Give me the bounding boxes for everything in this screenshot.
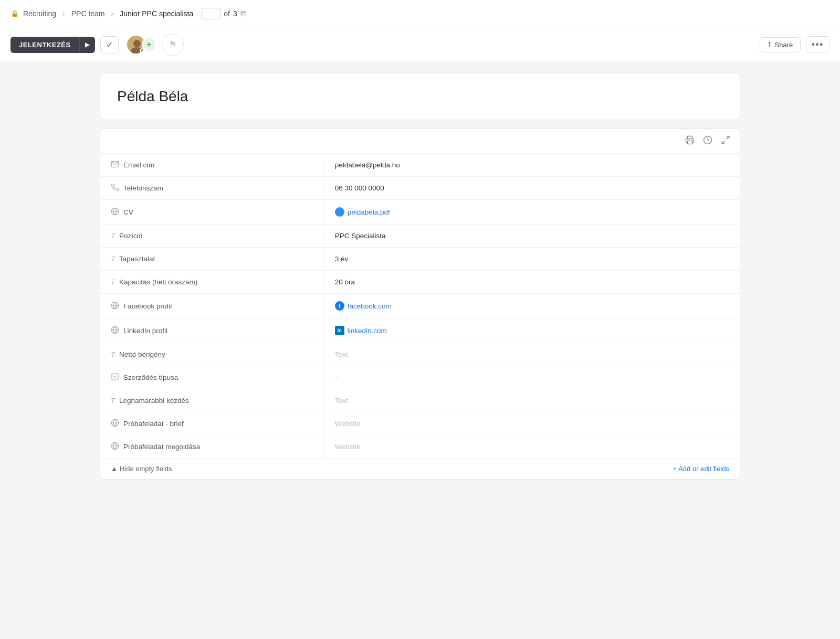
field-value[interactable]: 🌐peldabela.pdf	[324, 200, 740, 225]
top-bar: 🔒 Recruiting › PPC team › Junior PPC spe…	[0, 0, 840, 27]
field-type-icon: T	[111, 255, 115, 263]
svg-line-5	[727, 136, 729, 139]
field-value[interactable]: 06 30 000 0000	[324, 177, 740, 200]
field-label-cell: T Kapacitás (heti óraszám)	[100, 271, 324, 294]
field-label: Nettó bérigény	[119, 350, 165, 358]
field-type-icon: T	[111, 397, 115, 404]
field-value[interactable]: Website	[324, 435, 740, 459]
table-row[interactable]: T Kapacitás (heti óraszám) 20 óra	[100, 271, 740, 294]
field-value[interactable]: Text	[324, 343, 740, 366]
primary-dropdown-button[interactable]: ▶	[79, 37, 95, 53]
field-label-cell: T Pozíció	[100, 225, 324, 248]
expand-button[interactable]	[720, 134, 731, 148]
table-row[interactable]: T Tapasztalat 3 év	[100, 248, 740, 271]
toolbar-right: ⤴ Share •••	[760, 36, 830, 53]
table-row[interactable]: Facebook profil ffacebook.com	[100, 294, 740, 318]
name-card: Példa Béla	[100, 73, 740, 120]
field-value[interactable]: Website	[324, 412, 740, 435]
hide-empty-label: Hide empty fields	[120, 465, 172, 473]
table-row[interactable]: LinkedIn profil inlinkedin.com	[100, 318, 740, 343]
total-pages: 3	[233, 9, 237, 18]
toolbar: JELENTKEZÉS ▶ ✓ + ⚑ ⤴ Share	[0, 27, 840, 62]
field-label-cell: CV	[100, 200, 324, 225]
footer-bar: ▲ Hide empty fields + Add or edit fields	[100, 458, 740, 479]
table-row[interactable]: Próbafeladat - brief Website	[100, 412, 740, 435]
field-label: CV	[123, 208, 133, 216]
web-icon: 🌐	[335, 207, 344, 217]
fields-table: Email cím peldabela@pelda.hu Telefonszám…	[100, 154, 740, 458]
expand-icon	[721, 135, 730, 145]
hide-empty-button[interactable]: ▲ Hide empty fields	[111, 465, 172, 473]
table-row[interactable]: CV 🌐peldabela.pdf	[100, 200, 740, 225]
table-row[interactable]: T Pozíció PPC Specialista	[100, 225, 740, 248]
field-type-icon: T	[111, 232, 115, 240]
field-label: Kapacitás (heti óraszám)	[119, 278, 197, 286]
field-label-cell: Próbafeladat megoldása	[100, 435, 324, 459]
field-label: Tapasztalat	[119, 255, 155, 263]
field-value[interactable]: peldabela@pelda.hu	[324, 154, 740, 177]
of-text: of	[224, 9, 230, 18]
field-value[interactable]: 20 óra	[324, 271, 740, 294]
table-row[interactable]: Próbafeladat megoldása Website	[100, 435, 740, 459]
field-label: Próbafeladat megoldása	[123, 443, 200, 451]
field-type-icon	[111, 160, 119, 170]
table-row[interactable]: Email cím peldabela@pelda.hu	[100, 154, 740, 177]
arrow-icon: ▶	[85, 41, 90, 48]
breadcrumb-sep-1: ›	[62, 9, 65, 18]
field-label-cell: Email cím	[100, 154, 324, 177]
check-icon: ✓	[106, 40, 113, 49]
table-row[interactable]: T Nettó bérigény Text	[100, 343, 740, 366]
field-label: Email cím	[123, 161, 154, 169]
more-options-button[interactable]: •••	[806, 36, 830, 53]
field-type-icon	[111, 442, 119, 452]
toolbar-left: JELENTKEZÉS ▶ ✓ + ⚑	[10, 34, 184, 56]
field-value[interactable]: PPC Specialista	[324, 225, 740, 248]
print-icon	[685, 135, 695, 145]
detail-card: Email cím peldabela@pelda.hu Telefonszám…	[100, 129, 740, 480]
field-label: Próbafeladat - brief	[123, 420, 184, 428]
field-label-cell: T Tapasztalat	[100, 248, 324, 271]
field-label: Szerződés típusa	[123, 374, 178, 381]
svg-rect-14	[112, 374, 118, 380]
svg-point-1	[133, 40, 141, 47]
check-button[interactable]: ✓	[100, 36, 119, 54]
table-row[interactable]: Telefonszám 06 30 000 0000	[100, 177, 740, 200]
main-content: Példa Béla	[89, 62, 751, 490]
field-value[interactable]: –	[324, 366, 740, 389]
table-row[interactable]: Szerződés típusa –	[100, 366, 740, 389]
page-counter: 3 of 3 ⧉	[202, 8, 246, 19]
field-value[interactable]: 3 év	[324, 248, 740, 271]
field-type-icon: T	[111, 278, 115, 286]
flag-button[interactable]: ⚑	[162, 34, 184, 56]
page-input[interactable]: 3	[202, 8, 220, 19]
add-assignee-button[interactable]: +	[142, 37, 156, 52]
breadcrumb-ppc-team[interactable]: PPC team	[71, 9, 105, 18]
flag-icon: ⚑	[169, 39, 177, 50]
field-value[interactable]: Text	[324, 389, 740, 412]
add-edit-fields-button[interactable]: + Add or edit fields	[673, 465, 729, 473]
field-value[interactable]: ffacebook.com	[324, 294, 740, 318]
history-button[interactable]	[702, 134, 713, 148]
field-label: Pozíció	[119, 232, 142, 240]
field-type-icon	[111, 419, 119, 429]
table-row[interactable]: T Leghamarabbi kezdés Text	[100, 389, 740, 412]
copy-icon[interactable]: ⧉	[240, 9, 246, 18]
field-value[interactable]: inlinkedin.com	[324, 318, 740, 343]
field-label-cell: Telefonszám	[100, 177, 324, 200]
history-icon	[703, 135, 712, 145]
jelentkezes-button[interactable]: JELENTKEZÉS	[10, 37, 79, 53]
ellipsis-icon: •••	[812, 40, 824, 49]
lock-icon: 🔒	[10, 9, 19, 17]
breadcrumb-position[interactable]: Junior PPC specialista	[120, 9, 193, 18]
detail-toolbar	[100, 129, 740, 154]
field-label-cell: Szerződés típusa	[100, 366, 324, 389]
field-label-cell: LinkedIn profil	[100, 318, 324, 343]
breadcrumb-recruiting[interactable]: Recruiting	[23, 9, 56, 18]
field-type-icon	[111, 372, 119, 382]
primary-action-group: JELENTKEZÉS ▶	[10, 37, 95, 53]
share-button[interactable]: ⤴ Share	[760, 37, 801, 52]
svg-rect-3	[688, 141, 692, 144]
field-label: Leghamarabbi kezdés	[119, 397, 189, 404]
field-label-cell: T Leghamarabbi kezdés	[100, 389, 324, 412]
print-button[interactable]	[684, 134, 696, 148]
